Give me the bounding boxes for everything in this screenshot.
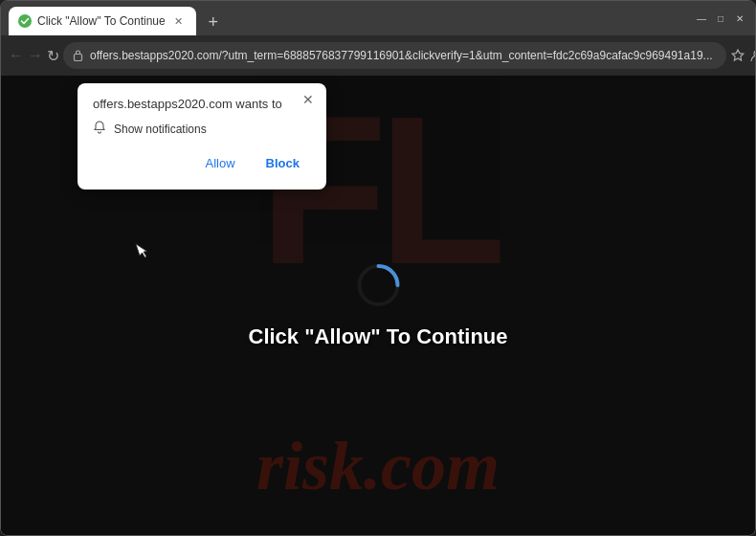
- maximize-button[interactable]: □: [713, 11, 728, 26]
- new-tab-button[interactable]: +: [200, 9, 227, 35]
- account-button[interactable]: [749, 42, 756, 69]
- popup-notification-row: Show notifications: [93, 121, 311, 137]
- address-bar: ← → ↻ offers.bestapps2020.com/?utm_term=…: [1, 35, 755, 76]
- window-controls: — □ ✕: [694, 11, 747, 26]
- tab-title: Click "Allow" To Continue: [37, 14, 166, 28]
- popup-notification-label: Show notifications: [114, 123, 207, 136]
- bookmark-button[interactable]: [730, 42, 745, 69]
- forward-button[interactable]: →: [28, 42, 43, 69]
- url-display[interactable]: offers.bestapps2020.com/?utm_term=688857…: [63, 42, 726, 69]
- tab-close-btn[interactable]: ✕: [171, 13, 187, 29]
- bell-icon: [93, 121, 106, 137]
- content-area: F L risk.com Click "Allow" To Continue ✕…: [1, 76, 755, 535]
- center-content: Click "Allow" To Continue: [248, 261, 507, 349]
- browser-window: Click "Allow" To Continue ✕ + — □ ✕ ← → …: [0, 0, 756, 536]
- allow-button[interactable]: Allow: [194, 150, 247, 176]
- minimize-button[interactable]: —: [694, 11, 709, 26]
- title-bar: Click "Allow" To Continue ✕ + — □ ✕: [1, 1, 755, 35]
- address-wrapper: offers.bestapps2020.com/?utm_term=688857…: [63, 42, 726, 69]
- notification-popup: ✕ offers.bestapps2020.com wants to Show …: [78, 83, 326, 190]
- tab-favicon: [18, 14, 32, 28]
- close-button[interactable]: ✕: [732, 11, 747, 26]
- tab-strip: Click "Allow" To Continue ✕ +: [9, 1, 686, 35]
- watermark-risk: risk.com: [256, 427, 500, 506]
- refresh-button[interactable]: ↻: [47, 42, 59, 69]
- back-button[interactable]: ←: [9, 42, 24, 69]
- popup-buttons: Allow Block: [93, 150, 311, 176]
- main-instruction-text: Click "Allow" To Continue: [248, 324, 507, 349]
- block-button[interactable]: Block: [255, 150, 311, 176]
- active-tab[interactable]: Click "Allow" To Continue ✕: [9, 7, 196, 35]
- svg-point-0: [18, 14, 32, 28]
- loading-spinner: [354, 261, 402, 309]
- popup-close-button[interactable]: ✕: [300, 91, 317, 108]
- popup-title: offers.bestapps2020.com wants to: [93, 97, 311, 111]
